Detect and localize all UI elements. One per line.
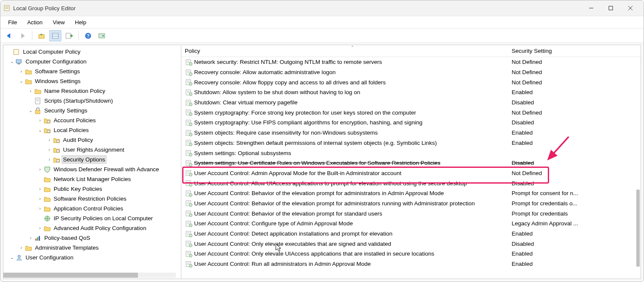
list-row[interactable]: User Account Control: Only elevate execu…: [181, 239, 641, 249]
tree-software-restriction-policies[interactable]: › Software Restriction Policies: [3, 194, 181, 204]
tree-scripts[interactable]: Scripts (Startup/Shutdown): [3, 96, 181, 106]
chevron-right-icon[interactable]: ›: [37, 118, 43, 123]
chevron-right-icon[interactable]: ›: [18, 245, 25, 250]
tree-root[interactable]: Local Computer Policy: [3, 47, 181, 57]
tree-user-configuration[interactable]: ⌄ User Configuration: [3, 253, 181, 262]
list-row[interactable]: User Account Control: Behavior of the el…: [181, 188, 641, 199]
policy-setting: Disabled: [512, 180, 641, 187]
chevron-right-icon[interactable]: ›: [37, 226, 43, 230]
list-vertical-scrollbar[interactable]: [636, 57, 640, 278]
svg-point-55: [189, 113, 192, 116]
maximize-button[interactable]: [601, 2, 621, 14]
scrollbar-thumb[interactable]: [3, 273, 138, 278]
svg-rect-16: [16, 60, 21, 63]
scrollbar-thumb[interactable]: [636, 190, 640, 267]
chevron-down-icon[interactable]: ⌄: [18, 79, 25, 83]
list-view-button[interactable]: [49, 30, 61, 41]
svg-rect-69: [187, 152, 190, 152]
chevron-right-icon[interactable]: ›: [46, 147, 53, 152]
list-row[interactable]: Network security: Restrict NTLM: Outgoin…: [181, 57, 641, 67]
nav-forward-button[interactable]: [17, 30, 29, 41]
list-row[interactable]: System objects: Strengthen default permi…: [181, 138, 641, 148]
chevron-down-icon[interactable]: ⌄: [9, 59, 15, 64]
folder-policy-icon: [43, 127, 51, 133]
list-row[interactable]: Recovery console: Allow floppy copy and …: [181, 77, 641, 87]
tree-account-policies[interactable]: › Account Policies: [3, 115, 181, 125]
policy-setting: Not Defined: [512, 59, 641, 65]
list-row[interactable]: System settings: Optional subsystems: [181, 148, 641, 158]
list-row[interactable]: System cryptography: Use FIPS compliant …: [181, 118, 641, 128]
tree-audit-policy[interactable]: › Audit Policy: [3, 135, 181, 145]
tree-software-settings[interactable]: › Software Settings: [3, 66, 181, 76]
svg-rect-94: [187, 213, 190, 214]
list-row[interactable]: User Account Control: Behavior of the el…: [181, 208, 641, 219]
tree-name-resolution-policy[interactable]: › Name Resolution Policy: [3, 86, 181, 96]
column-header-policy[interactable]: Policy: [185, 48, 512, 54]
column-header-security-setting[interactable]: Security Setting: [512, 48, 641, 54]
tree-label: Security Settings: [43, 107, 88, 114]
tree-administrative-templates[interactable]: › Administrative Templates: [3, 243, 181, 253]
chevron-right-icon[interactable]: ›: [37, 196, 43, 201]
list-row[interactable]: System settings: Use Certificate Rules o…: [181, 158, 641, 168]
list-row[interactable]: User Account Control: Only elevate UIAcc…: [181, 249, 641, 259]
list-row[interactable]: Shutdown: Clear virtual memory pagefileD…: [181, 98, 641, 108]
svg-rect-28: [35, 239, 37, 241]
list-row[interactable]: Recovery console: Allow automatic admini…: [181, 67, 641, 78]
list-row[interactable]: User Account Control: Configure type of …: [181, 219, 641, 229]
tree-local-policies[interactable]: ⌄ Local Policies: [3, 125, 181, 135]
list-row[interactable]: Shutdown: Allow system to be shut down w…: [181, 87, 641, 98]
policy-setting: Prompt for credentials o...: [512, 200, 641, 207]
help-button[interactable]: ?: [82, 30, 94, 41]
tree-user-rights-assignment[interactable]: › User Rights Assignment: [3, 145, 181, 155]
show-hide-console-button[interactable]: [96, 30, 108, 41]
folder-policy-icon: [53, 147, 60, 153]
menu-help[interactable]: Help: [70, 17, 92, 27]
tree-security-options[interactable]: › Security Options: [3, 155, 181, 164]
tree-windows-settings[interactable]: ⌄ Windows Settings: [3, 76, 181, 86]
chevron-right-icon[interactable]: ›: [37, 167, 43, 172]
list-row[interactable]: User Account Control: Allow UIAccess app…: [181, 178, 641, 188]
tree-security-settings[interactable]: ⌄ Security Settings: [3, 106, 181, 115]
policy-name: User Account Control: Configure type of …: [194, 220, 512, 227]
chevron-right-icon[interactable]: ›: [27, 236, 34, 240]
tree-network-list-manager[interactable]: Network List Manager Policies: [3, 174, 181, 184]
chevron-right-icon[interactable]: ›: [27, 89, 34, 93]
list-row[interactable]: User Account Control: Behavior of the el…: [181, 199, 641, 209]
menu-view[interactable]: View: [48, 17, 70, 27]
export-list-button[interactable]: [63, 30, 75, 41]
svg-rect-109: [187, 253, 190, 253]
tree-windows-defender-firewall[interactable]: › Windows Defender Firewall with Advance: [3, 164, 181, 174]
policy-item-icon: [185, 180, 193, 187]
list-row[interactable]: User Account Control: Admin Approval Mod…: [181, 168, 641, 178]
tree-computer-configuration[interactable]: ⌄ Computer Configuration: [3, 57, 181, 66]
list-row[interactable]: System objects: Require case insensitivi…: [181, 128, 641, 138]
tree-horizontal-scrollbar[interactable]: [3, 273, 176, 278]
close-button[interactable]: [621, 2, 640, 14]
chevron-right-icon[interactable]: ›: [46, 157, 53, 162]
chevron-right-icon[interactable]: ›: [46, 138, 53, 142]
tree-label: Name Resolution Policy: [43, 87, 106, 95]
minimize-button[interactable]: [581, 2, 601, 14]
menu-file[interactable]: File: [3, 17, 22, 27]
tree-public-key-policies[interactable]: › Public Key Policies: [3, 184, 181, 194]
svg-rect-2: [5, 8, 9, 9]
chevron-right-icon[interactable]: ›: [18, 69, 25, 74]
nav-back-button[interactable]: [3, 30, 15, 41]
tree-ip-security-policies[interactable]: IP Security Policies on Local Computer: [3, 213, 181, 223]
svg-rect-37: [187, 71, 190, 72]
list-row[interactable]: System cryptography: Force strong key pr…: [181, 107, 641, 118]
tree-advanced-audit-policy[interactable]: › Advanced Audit Policy Configuration: [3, 223, 181, 233]
list-row[interactable]: User Account Control: Detect application…: [181, 229, 641, 239]
chevron-down-icon[interactable]: ⌄: [37, 128, 43, 132]
chevron-down-icon[interactable]: ⌄: [27, 108, 34, 113]
up-folder-button[interactable]: [36, 30, 48, 41]
list-row[interactable]: User Account Control: Run all administra…: [181, 259, 641, 269]
tree-application-control-policies[interactable]: › Application Control Policies: [3, 204, 181, 213]
chevron-down-icon[interactable]: ⌄: [9, 255, 15, 260]
list-body[interactable]: Network security: Restrict NTLM: Outgoin…: [181, 57, 641, 279]
tree-policy-based-qos[interactable]: › Policy-based QoS: [3, 233, 181, 243]
tree[interactable]: Local Computer Policy ⌄ Computer Configu…: [3, 45, 181, 279]
menu-action[interactable]: Action: [22, 17, 48, 27]
chevron-right-icon[interactable]: ›: [37, 206, 43, 211]
chevron-right-icon[interactable]: ›: [37, 187, 43, 191]
